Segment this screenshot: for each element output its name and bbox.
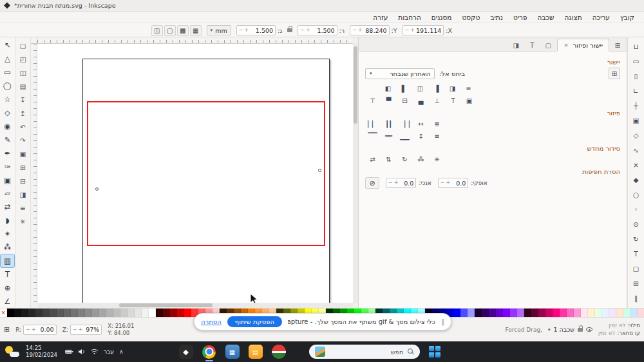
paint-bucket-tool[interactable]: ▣ — [1, 173, 14, 187]
palette-swatch[interactable] — [475, 309, 482, 317]
distribute-right-edges[interactable]: ▕▕ — [397, 119, 412, 129]
palette-swatch[interactable] — [120, 309, 128, 317]
fill-stroke-indicator[interactable]: מילוי:לא זמין קו מתאר:לא זמין — [598, 322, 640, 337]
new-document-button[interactable]: ▢ — [16, 39, 30, 52]
distribute-gaps-horizontally[interactable]: ↔ — [413, 119, 428, 129]
battery-icon[interactable] — [65, 348, 73, 355]
unit-dropdown[interactable]: mm ▾ — [207, 25, 231, 35]
menu-item[interactable]: תצוגה — [560, 13, 587, 22]
group-button[interactable]: ⊞ — [16, 160, 30, 174]
snap-grids[interactable]: ⊞ — [629, 276, 643, 291]
exchange-positions[interactable]: ⇄ — [365, 154, 379, 165]
palette-swatch[interactable] — [609, 309, 616, 317]
snap-bbox-edge-midpoints[interactable]: ┼ — [629, 98, 643, 113]
select-all-button[interactable]: ▦ — [190, 25, 202, 36]
snap-paths[interactable]: ∿ — [629, 142, 643, 157]
menu-item[interactable]: מסננים — [427, 13, 457, 22]
palette-swatch[interactable] — [35, 309, 43, 317]
palette-swatch[interactable] — [43, 309, 50, 317]
palette-swatch[interactable] — [510, 309, 517, 317]
palette-swatch[interactable] — [78, 309, 85, 317]
tab-align-distribute[interactable]: יישור ופיזור × — [557, 39, 609, 52]
spin-plus-icon[interactable]: + — [32, 327, 36, 332]
save-document-button[interactable]: ◫ — [16, 66, 30, 79]
snap-object-centers[interactable]: ⊙ — [629, 216, 643, 231]
wifi-icon[interactable] — [90, 348, 99, 355]
palette-swatch[interactable] — [482, 309, 489, 317]
canvas-viewport[interactable] — [37, 44, 353, 303]
palette-swatch[interactable] — [468, 309, 475, 317]
layer-lock-icon[interactable] — [578, 328, 583, 332]
overlap-horizontal-field[interactable]: אופקי: −+0.0 — [438, 178, 488, 188]
inkscape-taskbar-icon[interactable]: ◆ — [179, 345, 193, 359]
palette-swatch-none[interactable]: × — [0, 309, 7, 317]
star-tool[interactable]: ☆ — [1, 93, 14, 106]
drag-handle-icon[interactable]: ‖ — [441, 318, 444, 325]
palette-swatch[interactable] — [128, 309, 135, 317]
dropper-tool[interactable]: ◗ — [1, 214, 14, 227]
align-right-edges[interactable]: ▐ — [429, 83, 443, 94]
windows-start-button[interactable] — [429, 346, 440, 357]
palette-swatch[interactable] — [64, 309, 71, 317]
stop-sharing-button[interactable]: הפסקת שיתוף — [227, 316, 282, 327]
spin-minus-icon[interactable]: − — [405, 28, 410, 33]
palette-swatch[interactable] — [50, 309, 57, 317]
spin-minus-icon[interactable]: − — [388, 180, 393, 186]
palette-swatch[interactable] — [142, 309, 149, 317]
palette-swatch[interactable] — [602, 309, 609, 317]
spin-plus-icon[interactable]: + — [79, 327, 83, 332]
snap-bbox-centers[interactable]: ▣ — [629, 113, 643, 128]
spiral-tool[interactable]: ◉ — [1, 119, 14, 133]
width-field-value[interactable]: 1.500 — [312, 27, 335, 34]
redo-button[interactable]: ↷ — [16, 133, 30, 147]
select-all-layers-button[interactable]: ▩ — [177, 25, 189, 36]
exchange-z-order[interactable]: ⇅ — [381, 154, 395, 165]
rotation-control[interactable]: R: −+0.00 — [15, 325, 56, 335]
palette-swatch[interactable] — [623, 309, 630, 317]
box3d-tool[interactable]: ◇ — [1, 106, 14, 120]
taskbar-clock[interactable]: 14:25 19/02/2024 — [26, 345, 57, 358]
palette-swatch[interactable] — [21, 309, 28, 317]
palette-swatch[interactable] — [453, 309, 460, 317]
center-vertical-axis[interactable]: ◫ — [413, 83, 427, 94]
preferences-button[interactable]: ✳ — [16, 214, 30, 228]
palette-swatch[interactable] — [581, 309, 588, 317]
deselect-button[interactable]: ▢ — [164, 25, 176, 36]
menu-item[interactable]: עזרה — [368, 13, 392, 22]
calculator-taskbar-icon[interactable]: ▦ — [225, 345, 240, 359]
node-tool[interactable]: △ — [1, 52, 14, 66]
spin-minus-icon[interactable]: − — [73, 327, 77, 332]
palette-swatch[interactable] — [156, 309, 163, 317]
distribute-bottom-edges[interactable]: ▁▁ — [397, 131, 412, 142]
menu-item[interactable]: טקסט — [458, 13, 485, 22]
chrome-taskbar-icon[interactable] — [202, 345, 216, 359]
center-on-page[interactable]: ▣ — [462, 95, 476, 106]
palette-swatch[interactable] — [496, 309, 503, 317]
zoom-tool[interactable]: ⊕ — [1, 281, 14, 294]
palette-swatch[interactable] — [553, 309, 560, 317]
palette-swatch[interactable] — [630, 309, 638, 317]
distribute-top-edges[interactable]: ▔▔ — [365, 131, 379, 142]
menu-item[interactable]: עריכה — [588, 13, 614, 22]
palette-swatch[interactable] — [85, 309, 92, 317]
open-document-button[interactable]: ◰ — [16, 52, 30, 66]
menu-item[interactable]: שכבה — [533, 13, 559, 22]
layer-selector[interactable]: שכבה 1 — [554, 326, 575, 333]
palette-swatch[interactable] — [595, 309, 602, 317]
treat-as-group-toggle[interactable]: ⊞ — [609, 68, 620, 79]
scrollbar-thumb[interactable] — [119, 303, 213, 307]
x-field-value[interactable]: 191.114 — [416, 27, 441, 34]
palette-swatch[interactable] — [170, 309, 177, 317]
snap-master-togg​le[interactable]: ⊔ — [629, 39, 643, 53]
palette-swatch[interactable] — [57, 309, 64, 317]
snap-midpoints[interactable]: ◦ — [629, 202, 643, 216]
snap-text-baselines[interactable]: T — [629, 246, 643, 261]
weather-widget-icon[interactable] — [4, 345, 19, 359]
distribute-text-anchors-horizontally[interactable]: ≣ — [430, 119, 444, 129]
align-left-edges[interactable]: ▌ — [397, 83, 411, 94]
grid-icon[interactable]: ⊞ — [4, 325, 10, 334]
undo-button[interactable]: ↶ — [16, 120, 30, 133]
palette-swatch[interactable] — [106, 309, 113, 317]
volume-icon[interactable] — [78, 348, 86, 355]
rotation-value[interactable]: 0.00 — [37, 326, 54, 333]
